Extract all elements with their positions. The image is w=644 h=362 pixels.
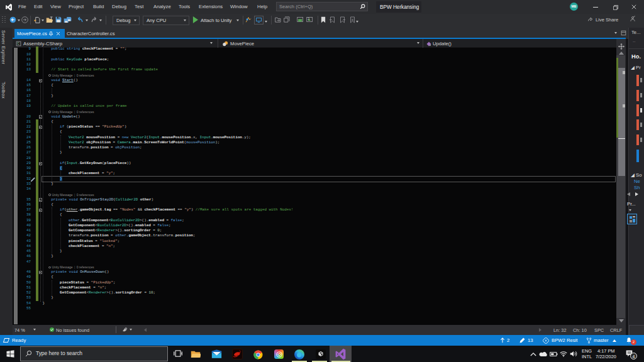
svg-text:2: 2 — [308, 17, 309, 21]
